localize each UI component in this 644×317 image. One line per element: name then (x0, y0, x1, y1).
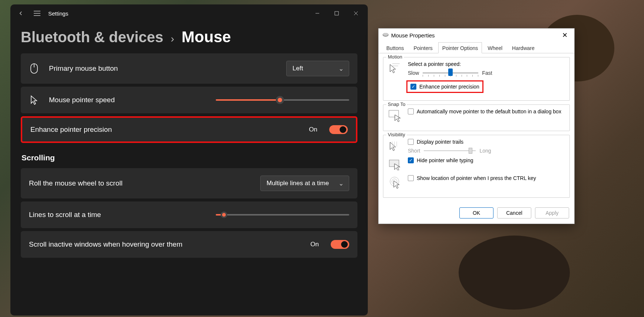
chevron-right-icon: › (171, 33, 174, 45)
roll-wheel-select[interactable]: Multiple lines at a time ⌄ (260, 176, 349, 191)
lines-scroll-label: Lines to scroll at a time (29, 211, 206, 219)
app-title: Settings (48, 10, 68, 17)
roll-wheel-row: Roll the mouse wheel to scroll Multiple … (21, 168, 357, 198)
trails-checkbox-label: Display pointer trails (417, 139, 463, 145)
mouse-icon (29, 63, 39, 74)
pointer-speed-label: Select a pointer speed: (408, 61, 565, 67)
snapto-icon (388, 109, 403, 123)
apply-button[interactable]: Apply (535, 207, 569, 218)
dialog-titlebar: Mouse Properties ✕ (379, 29, 574, 42)
titlebar: Settings (10, 4, 368, 22)
pointer-speed-slider[interactable] (423, 69, 478, 77)
svg-rect-4 (335, 11, 338, 15)
enhance-precision-label: Enhance pointer precision (30, 126, 299, 134)
mouse-properties-dialog: Mouse Properties ✕ Buttons Pointers Poin… (378, 28, 575, 224)
long-label: Long (479, 148, 491, 154)
dialog-close-button[interactable]: ✕ (558, 30, 571, 41)
snapto-checkbox[interactable] (408, 109, 414, 114)
dialog-tabs: Buttons Pointers Pointer Options Wheel H… (379, 42, 574, 53)
motion-group-title: Motion (386, 54, 404, 60)
primary-mouse-button-row: Primary mouse button Left ⌄ (21, 53, 357, 84)
ctrl-locate-checkbox-label: Show location of pointer when I press th… (417, 175, 536, 181)
fast-label: Fast (482, 70, 492, 76)
hamburger-icon[interactable] (29, 6, 45, 21)
tab-wheel[interactable]: Wheel (483, 42, 506, 53)
visibility-group-title: Visibility (386, 132, 407, 137)
visibility-group: Visibility Display pointer trails Short (383, 135, 570, 198)
hide-typing-checkbox-label: Hide pointer while typing (417, 157, 473, 163)
primary-button-select[interactable]: Left ⌄ (286, 61, 349, 76)
maximize-button[interactable] (327, 6, 346, 21)
cancel-button[interactable]: Cancel (497, 207, 531, 218)
settings-window: Settings Bluetooth & devices › Mouse Pri… (10, 4, 368, 316)
slow-label: Slow (408, 70, 419, 76)
primary-button-label: Primary mouse button (49, 64, 277, 73)
mouse-icon (382, 32, 389, 39)
scrolling-heading: Scrolling (22, 153, 357, 162)
enhance-precision-toggle[interactable] (329, 125, 348, 134)
scroll-inactive-toggle[interactable] (331, 240, 349, 249)
enhance-precision-row: Enhance pointer precision On (21, 116, 357, 143)
chevron-down-icon: ⌄ (338, 180, 344, 187)
short-label: Short (408, 148, 420, 154)
content-area: Primary mouse button Left ⌄ Mouse pointe… (10, 53, 368, 316)
enhance-precision-checkbox[interactable]: ✓ (410, 84, 416, 90)
scroll-inactive-label: Scroll inactive windows when hovering ov… (29, 240, 301, 248)
motion-group: Motion Select a pointer speed: Slow Fast (383, 57, 570, 101)
scroll-inactive-state: On (310, 241, 319, 248)
dialog-title: Mouse Properties (391, 32, 435, 39)
trails-checkbox[interactable] (408, 139, 414, 145)
trails-slider (424, 147, 476, 154)
enhance-precision-checkbox-label: Enhance pointer precision (419, 84, 479, 90)
enhance-precision-state: On (309, 126, 317, 133)
snapto-checkbox-label: Automatically move pointer to the defaul… (417, 109, 561, 114)
primary-button-value: Left (293, 65, 303, 72)
minimize-button[interactable] (308, 6, 327, 21)
scroll-inactive-row: Scroll inactive windows when hovering ov… (21, 231, 357, 258)
breadcrumb: Bluetooth & devices › Mouse (10, 22, 368, 53)
enhance-precision-highlight: ✓ Enhance pointer precision (406, 80, 483, 93)
tab-pointers[interactable]: Pointers (409, 42, 436, 53)
ctrl-locate-checkbox[interactable] (408, 175, 414, 181)
ok-button[interactable]: OK (459, 207, 493, 218)
trails-icon (388, 139, 403, 154)
tab-hardware[interactable]: Hardware (508, 42, 539, 53)
pointer-speed-slider[interactable] (216, 99, 349, 101)
cursor-motion-icon (388, 61, 403, 76)
back-button[interactable] (13, 6, 29, 21)
lines-scroll-slider[interactable] (216, 214, 349, 216)
tab-buttons[interactable]: Buttons (382, 42, 408, 53)
pointer-speed-row: Mouse pointer speed (21, 87, 357, 113)
snapto-group: Snap To Automatically move pointer to th… (383, 104, 570, 131)
pointer-speed-label: Mouse pointer speed (49, 96, 206, 104)
hide-typing-icon (388, 157, 403, 172)
tab-pointer-options[interactable]: Pointer Options (438, 42, 482, 53)
cursor-icon (29, 95, 39, 105)
svg-point-10 (383, 33, 388, 36)
breadcrumb-current: Mouse (182, 28, 231, 46)
snapto-group-title: Snap To (386, 101, 407, 107)
ctrl-locate-icon (388, 175, 403, 190)
close-button[interactable] (346, 6, 366, 21)
dialog-body: Motion Select a pointer speed: Slow Fast (379, 53, 574, 204)
roll-wheel-value: Multiple lines at a time (267, 180, 329, 187)
hide-typing-checkbox[interactable]: ✓ (408, 157, 414, 163)
chevron-down-icon: ⌄ (338, 65, 344, 73)
roll-wheel-label: Roll the mouse wheel to scroll (29, 179, 251, 187)
dialog-footer: OK Cancel Apply (379, 204, 574, 224)
lines-scroll-row: Lines to scroll at a time (21, 201, 357, 228)
breadcrumb-parent[interactable]: Bluetooth & devices (21, 29, 164, 46)
